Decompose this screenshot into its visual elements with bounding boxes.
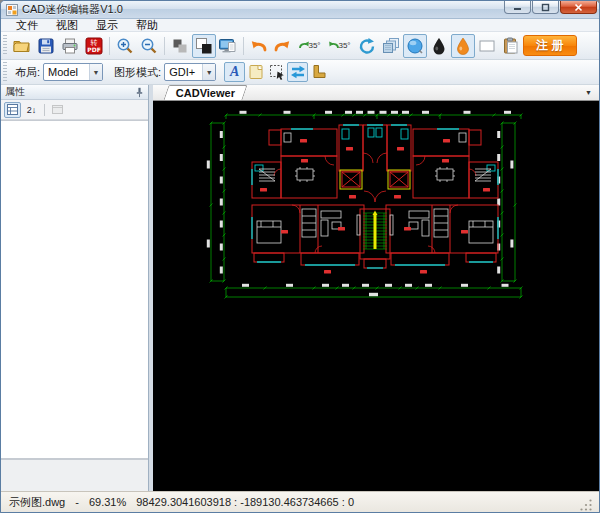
gray-squares-icon: [171, 37, 189, 55]
window-title: CAD迷你编辑器V1.0: [22, 2, 123, 17]
selection-cursor-icon: [268, 63, 286, 81]
layers-button[interactable]: [379, 34, 403, 58]
register-button[interactable]: 注 册: [523, 35, 578, 56]
rotate-right-label: 35°: [338, 41, 350, 50]
orange-ink-tool-button[interactable]: [451, 34, 475, 58]
sort-alpha-button[interactable]: 2↓: [23, 102, 40, 118]
redo-button[interactable]: [271, 34, 295, 58]
categorize-button[interactable]: [4, 102, 21, 118]
save-button[interactable]: [34, 34, 58, 58]
black-white-squares-icon: [195, 37, 213, 55]
maximize-icon: [541, 3, 550, 12]
select-tool-button[interactable]: [266, 62, 287, 82]
text-style-button[interactable]: A: [224, 62, 245, 82]
menu-item-file[interactable]: 文件: [7, 19, 47, 32]
corner-tool-button[interactable]: [308, 62, 329, 82]
property-pages-button[interactable]: [49, 102, 66, 118]
swap-arrows-icon: [289, 63, 307, 81]
white-rect-icon: [478, 37, 496, 55]
background-toggle-button[interactable]: [168, 34, 192, 58]
white-background-tool-button[interactable]: [475, 34, 499, 58]
svg-text:PDF: PDF: [87, 46, 100, 53]
properties-panel-header: 属性: [1, 85, 148, 100]
menu-bar: 文件 视图 显示 帮助: [1, 19, 599, 32]
zoom-out-icon: [140, 37, 158, 55]
redo-icon: [273, 37, 292, 55]
document-tab-bar: CADViewer ▼: [153, 85, 599, 101]
black-droplet-icon: [430, 37, 448, 55]
toolbar-grip[interactable]: [3, 35, 7, 57]
paste-clipboard-icon: [502, 37, 520, 55]
tab-list-dropdown[interactable]: ▼: [585, 89, 592, 96]
main-area: 属性 2↓: [1, 85, 599, 491]
open-folder-icon: [12, 37, 31, 55]
property-grid[interactable]: [1, 120, 148, 459]
dimension-labels: [207, 111, 514, 296]
status-coordinates: 98429.3041603918 : -189130.463734665 : 0: [136, 496, 354, 508]
toolbar-separator: [164, 37, 165, 55]
page-color-button[interactable]: [245, 62, 266, 82]
properties-toolbar-separator: [44, 104, 45, 116]
tab-cadviewer[interactable]: CADViewer: [163, 85, 247, 100]
pin-icon[interactable]: [135, 87, 144, 98]
app-icon: [6, 4, 18, 16]
background-swap-button[interactable]: [192, 34, 216, 58]
swap-colors-button[interactable]: [287, 62, 308, 82]
fit-screen-button[interactable]: [216, 34, 240, 58]
rotate-left-label: 35°: [308, 41, 320, 50]
blue-circle-tool-button[interactable]: [403, 34, 427, 58]
print-button[interactable]: [58, 34, 82, 58]
dimension-lines: [210, 114, 523, 299]
status-separator: -: [75, 496, 79, 508]
text-style-icon: A: [230, 65, 239, 79]
toolbar-separator: [109, 37, 110, 55]
resize-grip[interactable]: [580, 499, 593, 512]
orange-droplet-icon: [454, 37, 472, 55]
categorized-icon: [6, 103, 19, 116]
staircase: [363, 211, 387, 250]
pdf-convert-icon: 转 PDF: [85, 37, 103, 55]
undo-icon: [249, 37, 268, 55]
paste-button[interactable]: [499, 34, 523, 58]
combo-arrow-icon: ▼: [89, 64, 102, 80]
status-file-name: 示例图.dwg: [9, 495, 65, 510]
open-file-button[interactable]: [10, 34, 34, 58]
layers-icon: [382, 37, 400, 55]
menu-item-view[interactable]: 视图: [47, 19, 87, 32]
register-label: 注 册: [536, 37, 563, 54]
minimize-button[interactable]: [504, 1, 531, 14]
property-pages-icon: [51, 103, 64, 116]
minimize-icon: [513, 3, 522, 12]
rotate-view-button[interactable]: [355, 34, 379, 58]
convert-pdf-button[interactable]: 转 PDF: [82, 34, 106, 58]
properties-panel: 属性 2↓: [1, 85, 149, 491]
menu-item-help[interactable]: 帮助: [127, 19, 167, 32]
gold-corner-icon: [310, 63, 328, 81]
rotate-right-35-button[interactable]: 35°: [325, 34, 355, 58]
floorplan-drawing: [197, 109, 528, 302]
zoom-in-button[interactable]: [113, 34, 137, 58]
undo-button[interactable]: [247, 34, 271, 58]
status-bar: 示例图.dwg - 69.31% 98429.3041603918 : -189…: [1, 491, 599, 512]
close-icon: [574, 3, 583, 12]
status-zoom-level: 69.31%: [89, 496, 126, 508]
tab-cadviewer-label: CADViewer: [167, 87, 244, 99]
printer-icon: [61, 37, 79, 55]
close-button[interactable]: [560, 1, 597, 14]
toolbar-grip[interactable]: [3, 62, 7, 81]
graphics-mode-select[interactable]: GDI+ ▼: [164, 63, 216, 81]
black-ink-tool-button[interactable]: [427, 34, 451, 58]
monitor-icon: [218, 37, 237, 55]
drawing-canvas[interactable]: [153, 101, 599, 491]
combo-arrow-icon: ▼: [202, 64, 215, 80]
properties-toolbar: 2↓: [1, 100, 148, 120]
layout-label: 布局:: [15, 65, 40, 80]
zoom-out-button[interactable]: [137, 34, 161, 58]
maximize-button[interactable]: [532, 1, 559, 14]
save-floppy-icon: [37, 37, 55, 55]
zoom-in-icon: [116, 37, 134, 55]
viewer-area: CADViewer ▼: [153, 85, 599, 491]
menu-item-display[interactable]: 显示: [87, 19, 127, 32]
layout-select[interactable]: Model ▼: [43, 63, 103, 81]
rotate-left-35-button[interactable]: 35°: [295, 34, 325, 58]
